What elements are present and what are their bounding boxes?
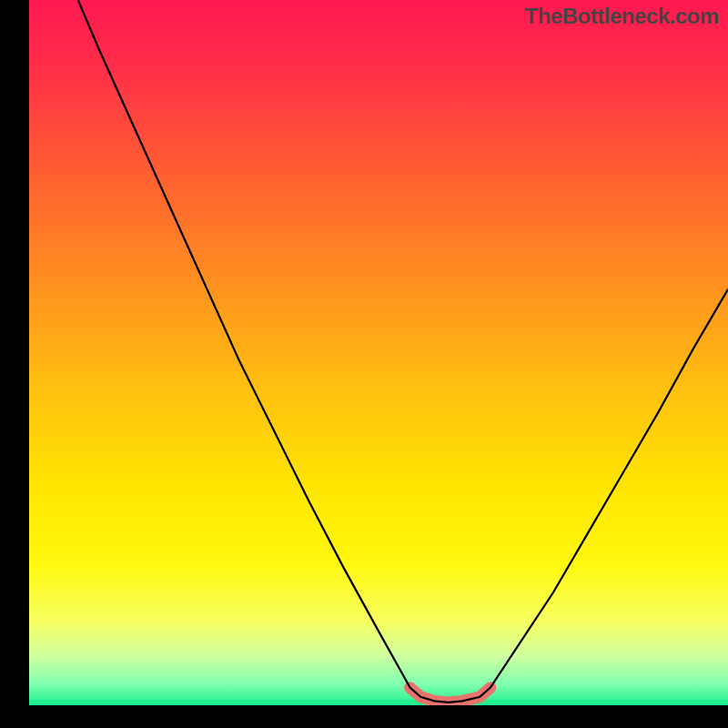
bottleneck-chart [0,0,728,728]
gradient-background [29,0,728,705]
chart-container: TheBottleneck.com [0,0,728,728]
left-frame [0,0,29,728]
bottom-frame [0,705,728,728]
green-floor-band [29,700,728,705]
watermark-text: TheBottleneck.com [525,4,719,29]
